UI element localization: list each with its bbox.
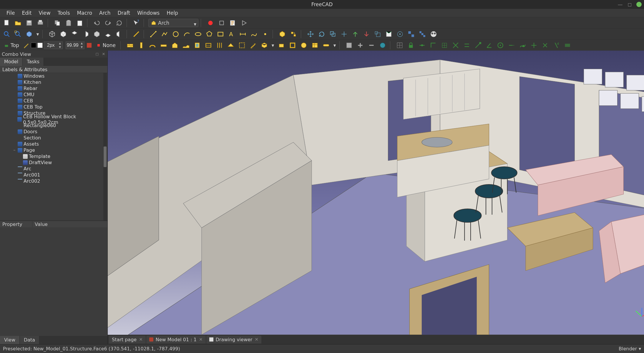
draft-wire-icon[interactable] bbox=[160, 29, 170, 39]
copy-icon[interactable] bbox=[52, 18, 62, 28]
tree-item[interactable]: CEB Top bbox=[0, 104, 107, 110]
draft-move-icon[interactable] bbox=[306, 29, 316, 39]
arch-floor-icon[interactable] bbox=[159, 40, 169, 50]
draft-upgrade-icon[interactable] bbox=[350, 29, 360, 39]
maximize-icon[interactable]: ◻ bbox=[627, 2, 632, 7]
paste-icon[interactable] bbox=[64, 18, 74, 28]
draft-rotate-icon[interactable] bbox=[317, 29, 327, 39]
fontsize-spinbox[interactable]: ▲▼ bbox=[66, 41, 84, 49]
arch-panel-icon[interactable] bbox=[259, 40, 269, 50]
draft-offset-icon[interactable] bbox=[328, 29, 338, 39]
snap-special-icon[interactable] bbox=[540, 40, 550, 50]
arch-pipe-icon[interactable] bbox=[321, 40, 331, 50]
front-view-icon[interactable] bbox=[58, 29, 68, 39]
snap-endpoint-icon[interactable] bbox=[473, 40, 483, 50]
macro-list-icon[interactable] bbox=[228, 18, 238, 28]
print-icon[interactable] bbox=[35, 18, 45, 28]
tree-item[interactable]: Doors bbox=[0, 129, 107, 135]
tree-item[interactable]: Windows bbox=[0, 73, 107, 79]
apply-style-icon[interactable] bbox=[86, 40, 93, 50]
snap-grid-icon[interactable] bbox=[395, 40, 405, 50]
snap-lock-icon[interactable] bbox=[406, 40, 416, 50]
tab-tasks[interactable]: Tasks bbox=[23, 58, 44, 66]
tree-item[interactable]: Assets bbox=[0, 141, 107, 147]
tree-item[interactable]: DraftView bbox=[0, 159, 107, 166]
3d-viewport[interactable] bbox=[108, 51, 644, 335]
arch-schedule-icon[interactable] bbox=[310, 40, 320, 50]
macro-stop-icon[interactable] bbox=[217, 18, 227, 28]
undo-icon[interactable] bbox=[92, 18, 102, 28]
draft-bimserver-icon[interactable] bbox=[429, 29, 439, 39]
autogroup-button[interactable]: Top bbox=[2, 42, 21, 48]
close-icon[interactable]: ✕ bbox=[139, 337, 143, 342]
set-style-icon[interactable] bbox=[23, 40, 30, 50]
line-color-swatch[interactable] bbox=[37, 43, 43, 48]
draft-downgrade-icon[interactable] bbox=[361, 29, 371, 39]
fontsize-input[interactable] bbox=[66, 42, 79, 48]
close-icon[interactable] bbox=[636, 2, 642, 7]
doc-tab-startpage[interactable]: Start page ✕ bbox=[109, 336, 146, 344]
tree-item[interactable]: Rebar bbox=[0, 85, 107, 91]
menu-macro[interactable]: Macro bbox=[74, 9, 96, 17]
arch-add-icon[interactable] bbox=[355, 40, 365, 50]
tree-item[interactable]: CMU bbox=[0, 91, 107, 98]
scrollbar-thumb[interactable] bbox=[104, 146, 107, 167]
arch-stairs-icon[interactable] bbox=[248, 40, 258, 50]
bottom-view-icon[interactable] bbox=[103, 29, 113, 39]
menu-view[interactable]: View bbox=[35, 9, 54, 17]
snap-angle-icon[interactable] bbox=[484, 40, 494, 50]
arch-space-icon[interactable] bbox=[237, 40, 247, 50]
left-view-icon[interactable] bbox=[114, 29, 124, 39]
minimize-icon[interactable]: — bbox=[618, 2, 623, 7]
tree-item[interactable]: −Page bbox=[0, 147, 107, 153]
chevron-down-icon[interactable]: ▾ bbox=[639, 346, 641, 352]
clipboard-icon[interactable] bbox=[75, 18, 85, 28]
right-view-icon[interactable] bbox=[81, 29, 91, 39]
doc-tab-model[interactable]: New Model 01 : 1 ✕ bbox=[146, 336, 206, 344]
menu-file[interactable]: File bbox=[3, 9, 18, 17]
draft-point-icon[interactable] bbox=[260, 29, 270, 39]
arch-site-icon[interactable] bbox=[181, 40, 191, 50]
arch-equipment-icon[interactable] bbox=[276, 40, 286, 50]
snap-ortho-icon[interactable] bbox=[529, 40, 539, 50]
draft-drawing-icon[interactable] bbox=[384, 29, 394, 39]
snap-center-icon[interactable] bbox=[495, 40, 505, 50]
tree-item[interactable]: Kitchen bbox=[0, 79, 107, 85]
new-document-icon[interactable] bbox=[2, 18, 12, 28]
down-icon[interactable]: ▼ bbox=[79, 45, 84, 49]
tree-item[interactable]: Arc bbox=[0, 166, 107, 172]
tree-item[interactable]: Template bbox=[0, 153, 107, 159]
up-icon[interactable]: ▲ bbox=[58, 41, 62, 45]
draft-shapestring-icon[interactable] bbox=[277, 29, 287, 39]
up-icon[interactable]: ▲ bbox=[79, 41, 84, 45]
expand-icon[interactable]: − bbox=[12, 149, 16, 152]
menu-windows[interactable]: Windows bbox=[134, 9, 163, 17]
arch-wall-icon[interactable] bbox=[125, 40, 135, 50]
redo-icon[interactable] bbox=[103, 18, 113, 28]
arch-remove-icon[interactable] bbox=[366, 40, 376, 50]
top-view-icon[interactable] bbox=[69, 29, 79, 39]
tab-model[interactable]: Model bbox=[0, 58, 23, 66]
menu-edit[interactable]: Edit bbox=[18, 9, 35, 17]
arch-cut-icon[interactable] bbox=[344, 40, 354, 50]
arch-roof-icon[interactable] bbox=[226, 40, 236, 50]
draft-text-icon[interactable]: A bbox=[227, 29, 237, 39]
menu-draft[interactable]: Draft bbox=[114, 9, 134, 17]
face-color-swatch[interactable] bbox=[31, 43, 36, 48]
macro-play-icon[interactable] bbox=[239, 18, 249, 28]
doc-tab-drawing[interactable]: Drawing viewer ✕ bbox=[206, 336, 261, 344]
linewidth-input[interactable] bbox=[44, 42, 58, 48]
tree-item[interactable]: CEB bbox=[0, 98, 107, 104]
tree-item[interactable]: Section bbox=[0, 135, 107, 141]
draft-polygon-icon[interactable] bbox=[204, 29, 214, 39]
snap-perpendicular-icon[interactable] bbox=[428, 40, 438, 50]
tree-item[interactable]: Arc001 bbox=[0, 172, 107, 178]
draft-edit-icon[interactable] bbox=[395, 29, 405, 39]
close-icon[interactable]: ✕ bbox=[255, 337, 258, 342]
close-icon[interactable]: ✕ bbox=[199, 337, 203, 342]
arch-structure-icon[interactable] bbox=[136, 40, 146, 50]
linewidth-spinbox[interactable]: ▲▼ bbox=[44, 41, 63, 49]
chevron-down-icon[interactable]: ▾ bbox=[35, 29, 40, 39]
arch-survey-icon[interactable] bbox=[378, 40, 388, 50]
draft-facebinder-icon[interactable] bbox=[288, 29, 298, 39]
